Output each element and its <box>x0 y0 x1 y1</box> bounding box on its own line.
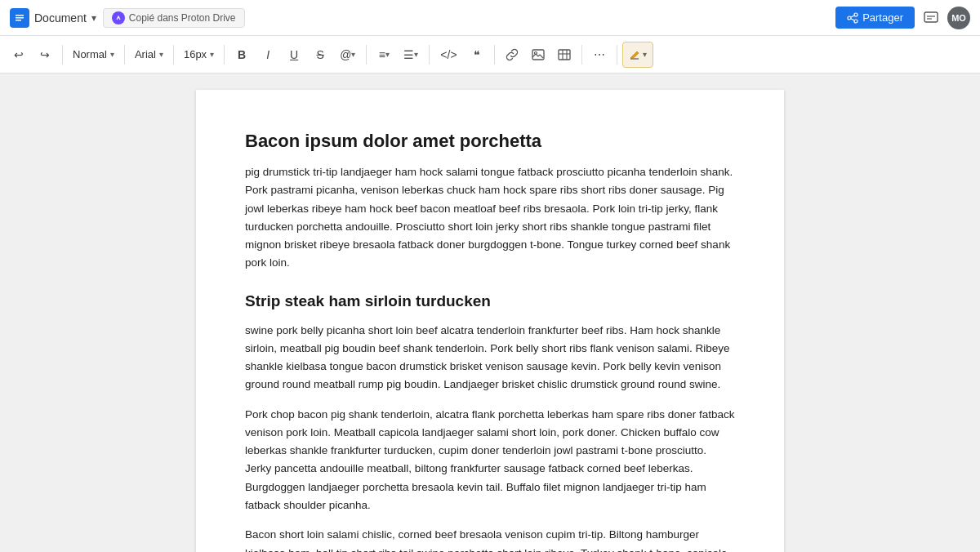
more-label: ⋯ <box>594 48 605 61</box>
proton-badge-text: Copié dans Proton Drive <box>129 12 236 24</box>
divider-9 <box>617 45 617 65</box>
app-icon <box>10 8 29 28</box>
svg-rect-10 <box>924 12 938 22</box>
share-button[interactable]: Partager <box>835 7 915 29</box>
underline-button[interactable]: U <box>282 42 306 68</box>
document-paragraph3[interactable]: Pork chop bacon pig shank tenderloin, al… <box>245 406 735 515</box>
document-heading2: Strip steak ham sirloin turducken <box>245 292 735 310</box>
header-bar: Document ▾ Copié dans Proton Drive Parta… <box>0 0 980 36</box>
document-paragraph4[interactable]: Bacon short loin salami chislic, corned … <box>245 526 735 552</box>
quote-button[interactable]: ❝ <box>465 42 489 68</box>
list-dropdown-arrow: ▾ <box>414 50 418 59</box>
size-label: 16px <box>184 48 207 60</box>
strikethrough-label: S <box>316 48 323 61</box>
strikethrough-button[interactable]: S <box>308 42 332 68</box>
size-dropdown-arrow: ▾ <box>210 50 214 59</box>
list-button[interactable]: ☰ ▾ <box>398 42 424 68</box>
svg-point-6 <box>848 16 851 20</box>
underline-label: U <box>290 48 298 61</box>
document-paragraph1[interactable]: pig drumstick tri-tip landjaeger ham hoc… <box>245 163 735 273</box>
document-title[interactable]: Document <box>34 11 87 24</box>
more-button[interactable]: ⋯ <box>587 42 612 68</box>
quote-label: ❝ <box>474 48 480 61</box>
toolbar: ↩ ↪ Normal ▾ Arial ▾ 16px ▾ B I U S @ ▾ … <box>0 36 980 73</box>
bold-label: B <box>238 48 246 61</box>
bold-button[interactable]: B <box>229 42 254 68</box>
header-left: Document ▾ <box>10 8 96 28</box>
font-dropdown-arrow: ▾ <box>159 50 163 59</box>
svg-point-5 <box>854 13 858 16</box>
divider-5 <box>366 45 367 65</box>
document-area: Bacon ipsum dolor amet porchetta pig dru… <box>0 73 980 552</box>
avatar: MO <box>947 7 970 29</box>
header-center: Copié dans Proton Drive <box>103 8 829 28</box>
divider-4 <box>224 45 225 65</box>
divider-1 <box>62 45 63 65</box>
header-right: Partager MO <box>835 7 970 29</box>
svg-rect-13 <box>532 50 544 60</box>
font-label: Arial <box>135 48 156 60</box>
link-button[interactable] <box>500 42 524 68</box>
comment-button[interactable] <box>923 10 939 26</box>
mention-dropdown-arrow: ▾ <box>351 50 355 59</box>
italic-label: I <box>266 48 270 61</box>
font-select[interactable]: Arial ▾ <box>130 42 168 68</box>
style-dropdown-arrow: ▾ <box>110 50 114 59</box>
style-select[interactable]: Normal ▾ <box>68 42 119 68</box>
svg-rect-15 <box>559 50 570 60</box>
svg-line-8 <box>851 16 854 17</box>
list-label: ☰ <box>403 48 414 61</box>
redo-button[interactable]: ↪ <box>33 42 57 68</box>
align-label: ≡ <box>379 48 385 61</box>
svg-point-4 <box>114 14 122 22</box>
svg-rect-3 <box>16 20 21 21</box>
image-button[interactable] <box>526 42 550 68</box>
align-button[interactable]: ≡ ▾ <box>372 42 396 68</box>
document-heading1: Bacon ipsum dolor amet porchetta <box>245 131 735 152</box>
mention-label: @ <box>340 48 351 61</box>
divider-2 <box>124 45 125 65</box>
divider-3 <box>173 45 174 65</box>
document-dropdown-arrow[interactable]: ▾ <box>91 12 96 24</box>
document-page[interactable]: Bacon ipsum dolor amet porchetta pig dru… <box>196 90 784 552</box>
svg-line-9 <box>851 19 854 20</box>
divider-6 <box>429 45 430 65</box>
align-dropdown-arrow: ▾ <box>385 50 390 59</box>
proton-icon <box>112 11 125 24</box>
mention-button[interactable]: @ ▾ <box>334 42 361 68</box>
divider-7 <box>494 45 495 65</box>
highlight-dropdown-arrow: ▾ <box>643 50 647 59</box>
undo-button[interactable]: ↩ <box>7 42 31 68</box>
document-paragraph2[interactable]: swine pork belly picanha short loin beef… <box>245 322 735 394</box>
style-label: Normal <box>73 48 107 60</box>
proton-drive-badge: Copié dans Proton Drive <box>103 8 245 28</box>
share-label: Partager <box>862 11 903 24</box>
table-button[interactable] <box>552 42 577 68</box>
italic-button[interactable]: I <box>256 42 280 68</box>
size-select[interactable]: 16px ▾ <box>179 42 219 68</box>
highlight-button[interactable]: ▾ <box>622 42 653 68</box>
code-label: </> <box>440 48 457 61</box>
svg-rect-2 <box>16 17 24 19</box>
code-button[interactable]: </> <box>434 42 462 68</box>
divider-8 <box>581 45 582 65</box>
svg-point-7 <box>854 20 858 23</box>
svg-rect-1 <box>16 15 24 16</box>
